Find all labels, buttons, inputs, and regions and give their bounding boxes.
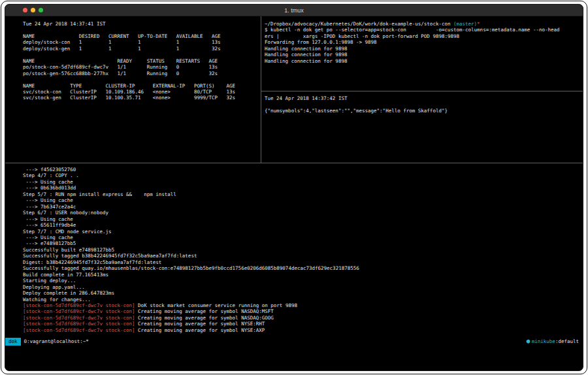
terminal-line: $ kubectl -n dok get po --selector=app=s… (265, 27, 580, 33)
terminal-line: ---> 7b6347ce2a4c (23, 204, 580, 210)
terminal-line: Step 4/7 : COPY . . (23, 172, 580, 178)
terminal-line: deploy/stock-con 1 1 1 1 13s (23, 39, 258, 45)
tmux-status-right: ⬢ minikube :default (526, 338, 583, 346)
terminal-line: ---> 0b636bd013dd (23, 185, 580, 191)
window-title: 1. tmux (5, 7, 583, 14)
terminal-line: svc/stock-con ClusterIP 10.109.186.46 <n… (23, 89, 258, 95)
pane-skaffold-build-log[interactable]: ---> f45623052760Step 4/7 : COPY . . ---… (5, 163, 583, 338)
kube-context-icon: ⬢ (526, 338, 532, 346)
terminal-line: ers | xargs -IPOD kubectl -n dok port-fo… (265, 33, 580, 39)
terminal-line: NAME TYPE CLUSTER-IP EXTERNAL-IP PORT(S)… (23, 83, 258, 89)
tmux-status-bar: dok 0:vagrant@localhost:~* ⬢ minikube :d… (5, 338, 583, 346)
terminal-line: Step 5/7 : RUN npm install express && np… (23, 191, 580, 197)
terminal-window: 1. tmux Tue 24 Apr 2018 14:37:41 IST NAM… (5, 4, 583, 371)
terminal-line: NAME DESIRED CURRENT UP-TO-DATE AVAILABL… (23, 33, 258, 39)
terminal-line: [stock-con-5d7df689cf-dwc7v stock-con] C… (23, 321, 580, 327)
tmux-session: Tue 24 Apr 2018 14:37:41 IST NAME DESIRE… (5, 16, 583, 370)
terminal-line: ---> 65611ff9db4e (23, 222, 580, 228)
terminal-line: ~/Dropbox/advocacy/Kubernetes/DoK/work/d… (265, 21, 580, 27)
terminal-line: Build complete in 77.165413ms (23, 272, 580, 278)
terminal-line: {"numsymbols":4,"lastseen":"","message":… (265, 108, 580, 114)
pane-kubectl-resources[interactable]: Tue 24 Apr 2018 14:37:41 IST NAME DESIRE… (5, 16, 261, 163)
terminal-line: Successfully tagged b38b42246945fd7f32c5… (23, 253, 580, 259)
terminal-line: ---> e74898127bb5 (23, 240, 580, 246)
terminal-line (23, 52, 258, 57)
terminal-line: [stock-con-5d7df689cf-dwc7v stock-con] D… (23, 302, 580, 308)
terminal-line: Tue 24 Apr 2018 14:37:41 IST (23, 21, 258, 27)
terminal-line: Starting deploy... (23, 278, 580, 284)
right-pane-column: ~/Dropbox/advocacy/Kubernetes/DoK/work/d… (261, 16, 583, 163)
terminal-line (23, 27, 258, 33)
terminal-line: NAME READY STATUS RESTARTS AGE (23, 58, 258, 64)
terminal-line: deploy/stock-gen 1 1 1 1 32s (23, 46, 258, 52)
pane-curl-response[interactable]: Tue 24 Apr 2018 14:37:42 IST {"numsymbol… (261, 91, 583, 163)
terminal-line: [stock-con-5d7df689cf-dwc7v stock-con] C… (23, 327, 580, 333)
terminal-line: Step 6/7 : USER nobody:nobody (23, 210, 580, 216)
terminal-line: Successfully built e74898127bb5 (23, 247, 580, 253)
terminal-line: Watching for changes... (23, 297, 580, 302)
terminal-line: ---> Using cache (23, 197, 580, 203)
terminal-line: svc/stock-gen ClusterIP 10.100.35.71 <no… (23, 95, 258, 101)
terminal-line: Handling connection for 9898 (265, 58, 580, 64)
terminal-line: Deploy complete in 286.647823ms (23, 290, 580, 296)
terminal-bottom-filler (5, 346, 583, 370)
terminal-line: Forwarding from 127.0.0.1:9898 -> 9898 (265, 39, 580, 45)
terminal-line: Handling connection for 9898 (265, 52, 580, 57)
terminal-line: ---> Using cache (23, 179, 580, 185)
terminal-line: ---> Using cache (23, 235, 580, 240)
top-pane-row: Tue 24 Apr 2018 14:37:41 IST NAME DESIRE… (5, 16, 583, 163)
terminal-line: [stock-con-5d7df689cf-dwc7v stock-con] C… (23, 308, 580, 314)
window-titlebar: 1. tmux (5, 5, 583, 16)
kube-context-namespace: :default (555, 338, 579, 346)
terminal-line: Handling connection for 9898 (265, 46, 580, 52)
terminal-line: Successfully tagged quay.io/mhausenblas/… (23, 265, 580, 271)
terminal-line: po/stock-con-5d7df689cf-dwc7v 1/1 Runnin… (23, 64, 258, 70)
terminal-line: Step 7/7 : CMD node service.js (23, 229, 580, 235)
tmux-window-label[interactable]: 0:vagrant@localhost:~* (21, 338, 89, 346)
terminal-line: ---> Using cache (23, 216, 580, 222)
terminal-line: [stock-con-5d7df689cf-dwc7v stock-con] C… (23, 315, 580, 321)
terminal-line (265, 101, 580, 107)
terminal-line (23, 76, 258, 82)
terminal-line: po/stock-gen-576cc688bb-277hx 1/1 Runnin… (23, 71, 258, 76)
kube-context-name: minikube (532, 338, 555, 346)
terminal-line: Digest: b38b42246945fd7f32c5ba9aea7af7fd… (23, 259, 580, 265)
pane-shell-port-forward[interactable]: ~/Dropbox/advocacy/Kubernetes/DoK/work/d… (261, 16, 583, 91)
terminal-line: Deploying app.yaml... (23, 284, 580, 290)
tmux-session-name[interactable]: dok (5, 338, 21, 346)
terminal-line: Tue 24 Apr 2018 14:37:42 IST (265, 95, 580, 101)
terminal-line: ---> f45623052760 (23, 167, 580, 172)
